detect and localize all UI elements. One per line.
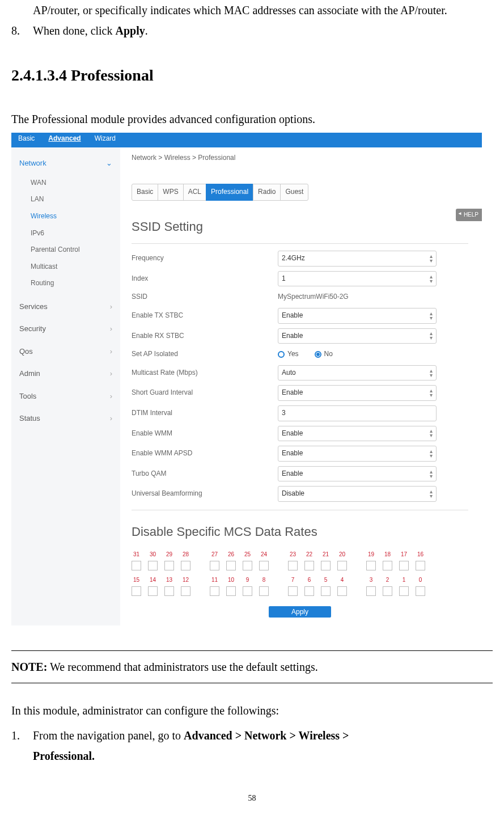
select-index[interactable]: 1▴▾ [278, 271, 437, 287]
mcs-number: 23 [288, 549, 298, 560]
mcs-checkbox[interactable]: 13 [164, 575, 174, 596]
mcs-checkbox[interactable]: 11 [210, 575, 219, 596]
mcs-checkbox[interactable]: 25 [243, 549, 252, 570]
step-8: 8. When done, click Apply. [11, 20, 493, 41]
sub-parental[interactable]: Parental Control [31, 242, 120, 259]
itab-basic[interactable]: Basic [132, 184, 158, 201]
mcs-checkbox[interactable]: 27 [210, 549, 219, 570]
mcs-checkbox[interactable]: 0 [416, 575, 425, 596]
select-ubf[interactable]: Disable▴▾ [278, 486, 437, 502]
checkbox-icon [226, 561, 236, 570]
mcs-checkbox[interactable]: 23 [288, 549, 298, 570]
mcs-checkbox[interactable]: 5 [321, 575, 331, 596]
apply-button[interactable]: Apply [269, 606, 331, 618]
mcs-checkbox[interactable]: 15 [132, 575, 141, 596]
checkbox-icon [288, 586, 298, 596]
sidebar-item-network[interactable]: Network ⌄ [11, 152, 120, 174]
spinner-icon: ▴▾ [430, 274, 433, 284]
mcs-checkbox[interactable]: 9 [243, 575, 252, 596]
help-badge[interactable]: HELP [456, 209, 482, 221]
mcs-checkbox[interactable]: 28 [181, 549, 190, 570]
mcs-checkbox[interactable]: 6 [304, 575, 314, 596]
tab-wizard[interactable]: Wizard [95, 133, 116, 148]
select-wmm[interactable]: Enable▴▾ [278, 426, 437, 442]
mcs-checkbox[interactable]: 22 [304, 549, 314, 570]
sidebar-item-services[interactable]: Services› [11, 295, 120, 318]
mcs-checkbox[interactable]: 30 [148, 549, 158, 570]
mcs-number: 31 [132, 549, 141, 560]
itab-acl[interactable]: ACL [183, 184, 206, 201]
mcs-checkbox[interactable]: 4 [337, 575, 347, 596]
select-frequency[interactable]: 2.4GHz▴▾ [278, 251, 437, 267]
mcs-checkbox[interactable]: 31 [132, 549, 141, 570]
mcs-number: 4 [337, 575, 347, 585]
top-nav-bar: Basic Advanced Wizard [11, 133, 482, 147]
sub-routing[interactable]: Routing [31, 275, 120, 292]
itab-radio[interactable]: Radio [253, 184, 281, 201]
mcs-checkbox[interactable]: 14 [148, 575, 158, 596]
checkbox-icon [366, 586, 376, 596]
lbl-wmm: Enable WMM [132, 428, 278, 440]
sidebar-item-security[interactable]: Security› [11, 318, 120, 340]
lbl-tqam: Turbo QAM [132, 468, 278, 480]
mcs-number: 14 [148, 575, 158, 585]
mcs-checkbox[interactable]: 17 [399, 549, 409, 570]
mcs-checkbox[interactable]: 2 [383, 575, 392, 596]
spinner-icon: ▴▾ [430, 254, 433, 263]
checkbox-icon [226, 586, 236, 596]
sub-lan[interactable]: LAN [31, 191, 120, 208]
mcs-checkbox[interactable]: 18 [383, 549, 392, 570]
tab-advanced[interactable]: Advanced [48, 133, 81, 148]
mcs-checkbox[interactable]: 7 [288, 575, 298, 596]
mcs-checkbox[interactable]: 19 [366, 549, 376, 570]
mcs-checkbox[interactable]: 1 [399, 575, 409, 596]
tab-basic[interactable]: Basic [18, 133, 35, 148]
mcs-number: 16 [416, 549, 425, 560]
select-tx[interactable]: Enable▴▾ [278, 308, 437, 324]
select-sgi[interactable]: Enable▴▾ [278, 385, 437, 401]
select-apsd[interactable]: Enable▴▾ [278, 446, 437, 462]
radio-no[interactable]: No [315, 348, 333, 361]
itab-professional[interactable]: Professional [206, 184, 253, 201]
mcs-checkbox[interactable]: 12 [181, 575, 190, 596]
mcs-number: 27 [210, 549, 219, 560]
sub-wireless[interactable]: Wireless [31, 208, 120, 225]
mcs-checkbox[interactable]: 26 [226, 549, 236, 570]
sidebar-item-status[interactable]: Status› [11, 407, 120, 429]
checkbox-icon [181, 586, 190, 596]
closing-paragraph: In this module, administrator can config… [11, 700, 493, 721]
sidebar-item-qos[interactable]: Qos› [11, 340, 120, 362]
checkbox-icon [321, 586, 331, 596]
mcs-number: 21 [321, 549, 331, 560]
itab-wps[interactable]: WPS [158, 184, 183, 201]
sidebar-item-admin[interactable]: Admin› [11, 362, 120, 384]
select-tqam[interactable]: Enable▴▾ [278, 466, 437, 482]
select-value: Enable [282, 447, 303, 460]
mcs-number: 22 [304, 549, 314, 560]
mcs-checkbox[interactable]: 29 [164, 549, 174, 570]
sub-wan[interactable]: WAN [31, 175, 120, 192]
intro-paragraph: The Professional module provides advance… [11, 109, 493, 129]
radio-yes[interactable]: Yes [278, 348, 299, 361]
mcs-checkbox[interactable]: 21 [321, 549, 331, 570]
sub-multicast[interactable]: Multicast [31, 259, 120, 276]
mcs-checkbox[interactable]: 20 [337, 549, 347, 570]
note-label: NOTE: [11, 661, 47, 673]
mcs-checkbox[interactable]: 16 [416, 549, 425, 570]
mcs-checkbox[interactable]: 3 [366, 575, 376, 596]
lbl-sgi: Short Guard Interval [132, 387, 278, 399]
mcs-number: 6 [304, 575, 314, 585]
lbl-tx: Enable TX STBC [132, 310, 278, 322]
select-mrate[interactable]: Auto▴▾ [278, 365, 437, 381]
sidebar-label: Status [19, 412, 40, 425]
itab-guest[interactable]: Guest [280, 184, 308, 201]
mcs-checkbox[interactable]: 24 [259, 549, 269, 570]
select-rx[interactable]: Enable▴▾ [278, 328, 437, 344]
mcs-checkbox[interactable]: 8 [259, 575, 269, 596]
sub-ipv6[interactable]: IPv6 [31, 225, 120, 242]
input-dtim[interactable]: 3 [278, 405, 437, 421]
radio-label: Yes [287, 348, 299, 361]
mcs-number: 24 [259, 549, 269, 560]
mcs-checkbox[interactable]: 10 [226, 575, 236, 596]
sidebar-item-tools[interactable]: Tools› [11, 385, 120, 407]
